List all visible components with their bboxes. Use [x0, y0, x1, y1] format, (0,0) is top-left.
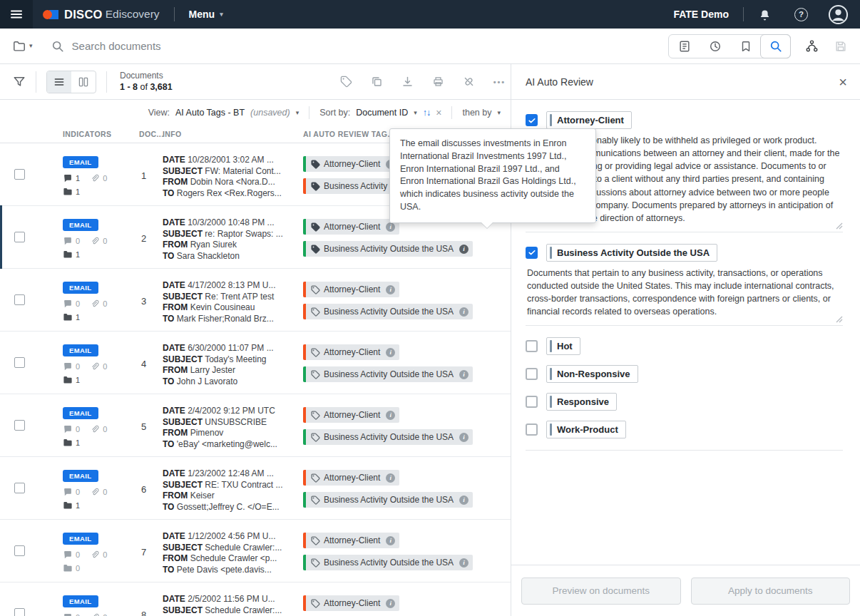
column-view-button[interactable]	[71, 71, 96, 93]
row-checkbox[interactable]	[14, 357, 25, 368]
row-checkbox[interactable]	[14, 545, 25, 556]
ai-tag-chip[interactable]: Attorney-Client i	[303, 219, 399, 235]
ai-tag-chip[interactable]: Attorney-Client i	[303, 470, 399, 486]
tag-checkbox[interactable]	[526, 340, 538, 352]
chevron-down-icon[interactable]: ▾	[414, 110, 417, 116]
info-icon[interactable]: i	[459, 370, 469, 379]
sort-value[interactable]: Document ID	[356, 108, 408, 118]
relationships-button[interactable]	[805, 39, 819, 53]
tag-icon	[340, 76, 352, 88]
table-row[interactable]: EMAIL 0 0 1	[0, 582, 511, 616]
copy-button[interactable]	[371, 76, 383, 88]
ai-tag-chip[interactable]: Attorney-Client i	[303, 156, 399, 172]
tag-checkbox[interactable]	[526, 114, 538, 126]
help-button[interactable]: ?	[794, 8, 808, 21]
info-icon[interactable]: i	[386, 285, 395, 294]
info-icon[interactable]: i	[459, 558, 469, 568]
more-actions-button[interactable]: •••	[493, 78, 506, 86]
folder-scope-dropdown[interactable]: ▾	[13, 40, 33, 53]
folder-indicator: 1	[63, 312, 80, 322]
filter-button[interactable]	[13, 76, 26, 88]
preview-on-documents-button[interactable]: Preview on documents	[521, 578, 681, 605]
documents-label: Documents	[120, 71, 173, 82]
table-row[interactable]: EMAIL 0 0 0	[0, 520, 511, 582]
tag-checkbox[interactable]	[526, 423, 538, 436]
then-by-label[interactable]: then by	[462, 108, 491, 118]
tag-checkbox[interactable]	[526, 247, 538, 259]
ai-tag-chip[interactable]: Attorney-Client i	[303, 595, 399, 611]
unlink-button[interactable]	[463, 76, 475, 88]
ai-tag-chip[interactable]: Business Activity Outside the USA i	[303, 492, 473, 508]
info-icon[interactable]: i	[386, 222, 395, 232]
account-button[interactable]	[828, 4, 849, 25]
doc-type-badge: EMAIL	[63, 344, 98, 356]
clear-sort-icon[interactable]: ×	[436, 108, 441, 118]
info-icon[interactable]: i	[386, 473, 395, 483]
search-icon	[769, 40, 782, 53]
resize-handle-icon[interactable]	[836, 316, 843, 323]
ai-tag-chip[interactable]: Business Activity Outside the USA i	[303, 555, 473, 570]
ai-tag-chip[interactable]: Attorney-Client i	[303, 282, 399, 297]
save-search-button[interactable]	[834, 40, 847, 53]
info-icon[interactable]: i	[386, 348, 395, 357]
to-value: Gossett;Jeffrey C. </O=E...	[177, 502, 280, 512]
list-view-button[interactable]	[47, 71, 71, 93]
apply-to-documents-button[interactable]: Apply to documents	[691, 578, 851, 605]
search-input[interactable]	[72, 40, 661, 52]
review-stages-button[interactable]	[669, 35, 700, 58]
row-checkbox[interactable]	[14, 483, 25, 493]
table-row[interactable]: EMAIL 0 0 1	[0, 332, 511, 394]
info-icon[interactable]: i	[459, 307, 469, 317]
from-label: FROM	[163, 491, 188, 500]
tag-documents-button[interactable]	[340, 76, 352, 88]
table-row[interactable]: EMAIL 0 0 1	[0, 269, 511, 332]
tag-checkbox[interactable]	[526, 368, 538, 380]
sort-direction-icon[interactable]: ↑↓	[423, 108, 431, 118]
tag-name-field[interactable]: Work-Product	[546, 421, 626, 438]
ai-tag-chip[interactable]: Business Activity Outside the USA i	[303, 241, 473, 257]
row-checkbox[interactable]	[14, 608, 25, 616]
tag-name-field[interactable]: Responsive	[546, 393, 617, 411]
tag-checkbox[interactable]	[526, 396, 538, 408]
menu-dropdown[interactable]: Menu ▾	[189, 9, 223, 20]
row-checkbox[interactable]	[14, 294, 25, 305]
print-button[interactable]	[432, 76, 444, 88]
ai-tag-chip[interactable]: Attorney-Client i	[303, 344, 399, 360]
row-checkbox[interactable]	[14, 420, 25, 431]
row-checkbox[interactable]	[14, 169, 25, 180]
tag-name-field[interactable]: Non-Responsive	[546, 365, 638, 383]
info-icon[interactable]: i	[386, 411, 395, 420]
resize-handle-icon[interactable]	[836, 222, 843, 230]
ai-tag-chip[interactable]: Business Activity Outside the USA i	[303, 304, 473, 319]
ai-tag-chip[interactable]: Attorney-Client i	[303, 533, 399, 548]
tag-name-field[interactable]: Business Activity Outside the USA	[546, 244, 717, 262]
ai-tag-chip[interactable]: Attorney-Client i	[303, 407, 399, 423]
notifications-button[interactable]	[758, 8, 772, 21]
saved-searches-button[interactable]	[730, 35, 761, 58]
info-icon[interactable]: i	[459, 433, 469, 442]
doc-number: 4	[137, 332, 158, 394]
view-value[interactable]: AI Auto Tags - BT	[175, 108, 245, 118]
table-row[interactable]: EMAIL 0 0 1	[0, 457, 511, 520]
info-icon[interactable]: i	[459, 496, 469, 505]
ai-tag-chip[interactable]: Business Activity Outside the USA i	[303, 366, 473, 382]
table-row[interactable]: EMAIL 0 0 1	[0, 394, 511, 457]
info-icon[interactable]: i	[386, 536, 395, 545]
tag-description[interactable]: Documents that pertain to any business a…	[527, 267, 843, 319]
hamburger-menu-button[interactable]	[0, 0, 33, 29]
workspace-name: FATE Demo	[673, 9, 729, 20]
download-button[interactable]	[401, 76, 414, 88]
chevron-down-icon[interactable]: ▾	[497, 110, 501, 116]
info-icon[interactable]: i	[386, 599, 395, 608]
tag-name-field[interactable]: Attorney-Client	[546, 111, 632, 129]
ai-tag-chip[interactable]: Business Activity Outside the USA i	[303, 429, 473, 445]
info-icon[interactable]: i	[459, 245, 469, 254]
tag-name-field[interactable]: Hot	[546, 337, 580, 355]
close-icon[interactable]: ×	[839, 75, 847, 89]
chevron-down-icon[interactable]: ▾	[296, 110, 300, 116]
search-tab-active-button[interactable]	[760, 34, 791, 58]
folder-indicator: 1	[63, 438, 80, 448]
search-history-button[interactable]	[700, 35, 730, 58]
list-view-icon	[53, 76, 65, 88]
row-checkbox[interactable]	[14, 232, 25, 242]
